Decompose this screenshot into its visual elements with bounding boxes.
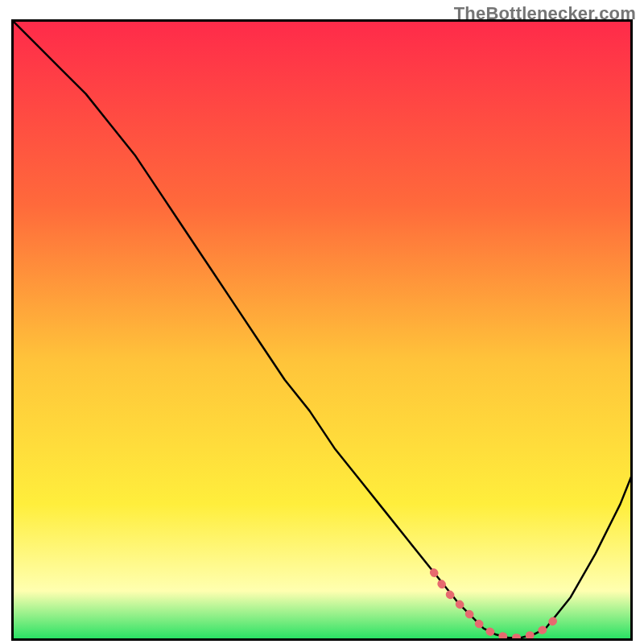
chart-svg — [11, 19, 633, 641]
plot-frame — [11, 19, 633, 641]
chart-canvas: TheBottlenecker.com — [0, 0, 644, 644]
gradient-background — [11, 19, 633, 641]
attribution-text: TheBottlenecker.com — [454, 3, 636, 24]
